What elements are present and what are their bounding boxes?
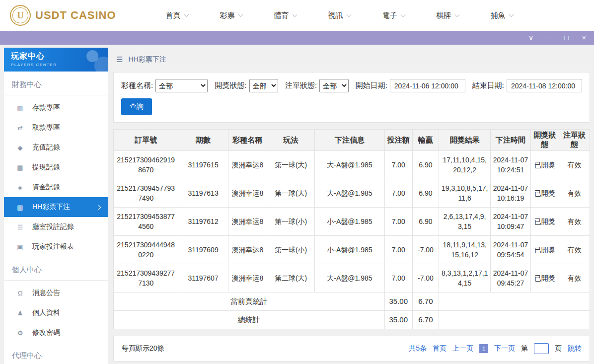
search-button[interactable]: 查詢 <box>121 98 152 115</box>
column-header: 期數 <box>178 130 228 151</box>
column-header: 彩種名稱 <box>228 130 267 151</box>
table-cell: 19,3,10,8,5,17,11,6 <box>439 179 491 208</box>
sidebar-item[interactable]: ▦存款專區 <box>4 98 108 118</box>
column-header: 下注信息 <box>315 130 384 151</box>
topbar: U USDT CASINO 首頁彩票體育視訊電子棋牌捕魚 <box>0 0 594 31</box>
chevron-down-icon <box>346 12 351 17</box>
page-size-text: 每頁顯示20條 <box>122 344 164 353</box>
table-cell: -7.00 <box>412 236 439 264</box>
sidebar-item[interactable]: ◆充值記錄 <box>4 138 108 157</box>
maximize-button[interactable]: □ <box>564 34 568 41</box>
summary-cell <box>439 292 590 311</box>
jump-page-input[interactable] <box>534 343 549 354</box>
sidebar-item-label: 廳室投註記錄 <box>32 222 74 231</box>
withdraw-icon: ⇄ <box>16 124 24 132</box>
minimize-button[interactable]: − <box>547 34 551 41</box>
draw-status-label: 開獎狀態: <box>215 81 246 90</box>
column-header: 開獎狀態 <box>530 130 559 151</box>
table-cell: 7.00 <box>384 179 412 208</box>
table-cell: 2024-11-07 10:09:47 <box>491 208 530 236</box>
sidebar-item[interactable]: ▣玩家投注報表 <box>4 237 108 257</box>
jump-button[interactable]: 跳转 <box>568 344 582 353</box>
table-cell: 有效 <box>559 236 590 264</box>
close-button[interactable]: × <box>582 34 586 41</box>
sidebar-item-label: 取款專區 <box>32 123 60 132</box>
nav-item[interactable]: 體育 <box>274 11 297 20</box>
chevron-down-icon <box>238 12 243 17</box>
bets-table-card: 訂單號期數彩種名稱玩法下注信息投注額輸贏開獎結果下注時間開獎狀態注單狀態 215… <box>113 129 590 329</box>
table-cell: 7.00 <box>384 151 412 179</box>
sidebar-item[interactable]: ♟個人資料 <box>4 303 108 323</box>
start-date-label: 開始日期: <box>356 81 387 90</box>
table-header-row: 訂單號期數彩種名稱玩法下注信息投注額輸贏開獎結果下注時間開獎狀態注單狀態 <box>114 130 590 151</box>
nav-item-label: 體育 <box>274 11 289 20</box>
column-header: 開獎結果 <box>439 130 491 151</box>
content-layout: 玩家中心 PLAYERS CENTER 財務中心▦存款專區⇄取款專區◆充值記錄▤… <box>0 45 594 364</box>
sidebar-item[interactable]: Ω消息公告 <box>4 283 108 303</box>
table-cell: 澳洲幸运8 <box>228 264 267 292</box>
sidebar-item[interactable]: ▥HH彩票下注 <box>4 197 108 217</box>
table-cell: 大-A盤@1.985 <box>315 179 384 208</box>
sidebar-item-label: 消息公告 <box>32 289 60 297</box>
table-cell: 已開獎 <box>530 236 559 264</box>
nav-item[interactable]: 彩票 <box>220 11 242 20</box>
table-cell: 6.90 <box>412 179 439 208</box>
table-row: 215217309444948022031197609澳洲幸运8第一球(小)小-… <box>114 236 590 264</box>
table-cell: 澳洲幸运8 <box>228 236 267 264</box>
sidebar-item[interactable]: ☰廳室投註記錄 <box>4 217 108 237</box>
table-cell: 2024-11-07 10:24:51 <box>491 151 530 179</box>
end-date-input[interactable] <box>507 79 582 92</box>
table-cell: 7.00 <box>384 236 412 264</box>
table-cell: 澳洲幸运8 <box>228 151 267 179</box>
nav-item[interactable]: 棋牌 <box>437 11 459 20</box>
summary-cell: 6.70 <box>412 311 439 329</box>
table-cell: 7.00 <box>384 264 412 292</box>
sidebar-item-label: 存款專區 <box>32 103 60 112</box>
sidebar-item[interactable]: ⇄取款專區 <box>4 118 108 138</box>
deposit-icon: ▦ <box>16 104 24 112</box>
table-cell: 澳洲幸运8 <box>228 208 267 236</box>
nav-item[interactable]: 視訊 <box>328 11 351 20</box>
table-cell: 第一球(大) <box>267 179 314 208</box>
table-cell: 6.90 <box>412 208 439 236</box>
chevron-right-icon <box>96 205 101 210</box>
column-header: 輸贏 <box>412 130 439 151</box>
sidebar-item[interactable]: ▤提現記錄 <box>4 157 108 177</box>
sidebar-menu: 財務中心▦存款專區⇄取款專區◆充值記錄▤提現記錄◈資金記錄▥HH彩票下注☰廳室投… <box>4 72 108 364</box>
nav-item[interactable]: 首頁 <box>166 11 188 20</box>
collapse-button[interactable]: ∨ <box>528 34 533 41</box>
summary-cell: 35.00 <box>384 292 412 311</box>
table-cell: 2152173094629198670 <box>114 151 178 179</box>
table-cell: 有效 <box>559 151 590 179</box>
menu-toggle-icon[interactable]: ☰ <box>116 55 123 64</box>
start-date-input[interactable] <box>390 79 465 92</box>
draw-status-select[interactable]: 全部 <box>249 79 278 92</box>
current-page[interactable]: 1 <box>479 344 488 353</box>
sidebar-item[interactable]: ⚙修改密碼 <box>4 323 108 343</box>
table-cell: 有效 <box>559 179 590 208</box>
table-cell: 2152173094538774560 <box>114 208 178 236</box>
table-cell: 第一球(小) <box>267 236 314 264</box>
sidebar: 玩家中心 PLAYERS CENTER 財務中心▦存款專區⇄取款專區◆充值記錄▤… <box>4 48 108 364</box>
sidebar-item[interactable]: ◈資金記錄 <box>4 177 108 197</box>
table-cell: 2024-11-07 09:54:54 <box>491 236 530 264</box>
table-cell: 大-A盤@1.985 <box>315 151 384 179</box>
main-content: ☰ HH彩票下注 彩種名稱: 全部 開獎狀態: 全部 注單狀態: 全部 開始日期… <box>113 48 590 364</box>
next-page-link[interactable]: 下一页 <box>494 344 515 353</box>
user-icon: ♟ <box>16 309 24 317</box>
first-page-link[interactable]: 首页 <box>433 344 446 353</box>
nav-item-label: 捕魚 <box>491 11 506 20</box>
bet-status-select[interactable]: 全部 <box>319 79 348 92</box>
total-count: 共5条 <box>409 344 427 353</box>
summary-row: 當前頁統計35.006.70 <box>114 292 590 311</box>
table-cell: 2152173094392777130 <box>114 264 178 292</box>
gear-icon: ⚙ <box>16 329 24 337</box>
nav-item[interactable]: 捕魚 <box>491 11 513 20</box>
prev-page-link[interactable]: 上一页 <box>452 344 473 353</box>
lottery-name-select[interactable]: 全部 <box>155 79 208 92</box>
nav-item[interactable]: 電子 <box>382 11 405 20</box>
chevron-down-icon <box>454 12 459 17</box>
table-cell: 小-A盤@1.985 <box>315 208 384 236</box>
column-header: 投注額 <box>384 130 412 151</box>
table-cell: 已開獎 <box>530 264 559 292</box>
